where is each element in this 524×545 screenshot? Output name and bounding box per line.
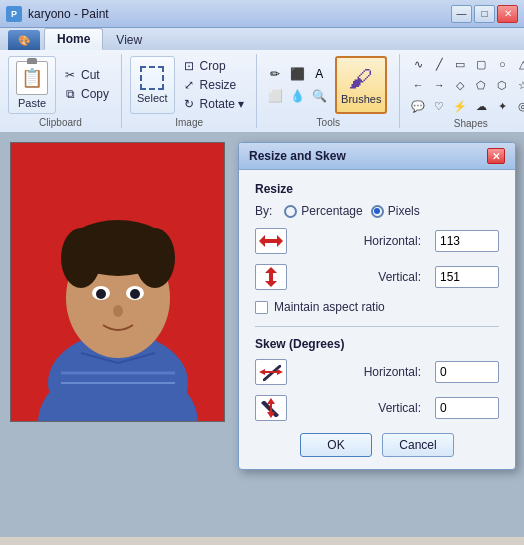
minimize-button[interactable]: — xyxy=(451,5,472,23)
resize-vertical-row: Vertical: xyxy=(255,264,499,290)
skew-vertical-input[interactable] xyxy=(435,397,499,419)
resize-horizontal-label: Horizontal: xyxy=(295,234,427,248)
resize-button[interactable]: ⤢ Resize xyxy=(177,76,249,94)
shape-curve[interactable]: ∿ xyxy=(408,54,428,74)
shape-star[interactable]: ☆ xyxy=(513,75,524,95)
copy-button[interactable]: ⧉ Copy xyxy=(58,85,113,103)
tools-group: ✏ ⬛ A ⬜ 💧 🔍 🖌 Brushes Tools xyxy=(257,54,400,128)
svg-marker-28 xyxy=(267,398,275,404)
copy-icon: ⧉ xyxy=(62,86,78,102)
clipboard-label: Clipboard xyxy=(39,117,82,128)
shape-triangle[interactable]: △ xyxy=(513,54,524,74)
dialog-title-bar: Resize and Skew ✕ xyxy=(239,143,515,170)
shapes-content: ∿ ╱ ▭ ▢ ○ △ ← → ◇ ⬠ ⬡ ☆ 💬 ♡ ⚡ ☁ ✦ xyxy=(408,54,524,116)
tools-content: ✏ ⬛ A ⬜ 💧 🔍 🖌 Brushes xyxy=(265,54,391,115)
shape-hexagon[interactable]: ⬡ xyxy=(492,75,512,95)
svg-point-11 xyxy=(130,289,140,299)
shape-4star[interactable]: ✦ xyxy=(492,96,512,116)
v-arrows-svg xyxy=(257,266,285,288)
paste-button[interactable]: 📋 Paste xyxy=(8,56,56,114)
shape-rect[interactable]: ▭ xyxy=(450,54,470,74)
shape-heart[interactable]: ♡ xyxy=(429,96,449,116)
image-buttons: ⊡ Crop ⤢ Resize ↻ Rotate ▾ xyxy=(177,57,249,113)
skew-vertical-icon xyxy=(255,395,287,421)
tab-view[interactable]: View xyxy=(103,29,155,50)
cancel-button[interactable]: Cancel xyxy=(382,433,454,457)
svg-point-10 xyxy=(96,289,106,299)
clipboard-content: 📋 Paste ✂ Cut ⧉ Copy xyxy=(8,54,113,115)
resize-horizontal-input[interactable] xyxy=(435,230,499,252)
shape-callout[interactable]: 💬 xyxy=(408,96,428,116)
shape-diamond[interactable]: ◇ xyxy=(450,75,470,95)
svg-point-12 xyxy=(113,305,123,317)
paste-label: Paste xyxy=(18,97,46,109)
maintain-aspect-checkbox[interactable] xyxy=(255,301,268,314)
ok-button[interactable]: OK xyxy=(300,433,372,457)
image-content: Select ⊡ Crop ⤢ Resize ↻ Rotate ▾ xyxy=(130,54,248,115)
brushes-icon: 🖌 xyxy=(349,65,373,93)
cut-button[interactable]: ✂ Cut xyxy=(58,66,113,84)
skew-horizontal-row: Horizontal: xyxy=(255,359,499,385)
tool-row-1: ✏ ⬛ A xyxy=(265,64,329,84)
select-button[interactable]: Select xyxy=(130,56,175,114)
image-label: Image xyxy=(175,117,203,128)
shape-rounded-rect[interactable]: ▢ xyxy=(471,54,491,74)
photo-svg xyxy=(11,143,225,422)
crop-button[interactable]: ⊡ Crop xyxy=(177,57,249,75)
shape-ellipse[interactable]: ○ xyxy=(492,54,512,74)
pixels-radio[interactable] xyxy=(371,205,384,218)
window-controls: — □ ✕ xyxy=(451,5,518,23)
divider xyxy=(255,326,499,327)
tools-label: Tools xyxy=(317,117,340,128)
pixels-option[interactable]: Pixels xyxy=(371,204,420,218)
text-tool[interactable]: A xyxy=(309,64,329,84)
eraser-tool[interactable]: ⬜ xyxy=(265,86,285,106)
rotate-icon: ↻ xyxy=(181,96,197,112)
dialog-body: Resize By: Percentage Pixels xyxy=(239,170,515,469)
canvas[interactable] xyxy=(10,142,225,422)
resize-vertical-label: Vertical: xyxy=(295,270,427,284)
image-group: Select ⊡ Crop ⤢ Resize ↻ Rotate ▾ xyxy=(122,54,257,128)
skew-v-svg xyxy=(257,397,285,419)
shape-arrow-left[interactable]: ← xyxy=(408,75,428,95)
color-picker-tool[interactable]: 💧 xyxy=(287,86,307,106)
skew-horizontal-input[interactable] xyxy=(435,361,499,383)
resize-icon: ⤢ xyxy=(181,77,197,93)
h-arrows-svg xyxy=(257,230,285,252)
percentage-radio[interactable] xyxy=(284,205,297,218)
magnify-tool[interactable]: 🔍 xyxy=(309,86,329,106)
tool-row-2: ⬜ 💧 🔍 xyxy=(265,86,329,106)
shape-ring[interactable]: ◎ xyxy=(513,96,524,116)
skew-horizontal-label: Horizontal: xyxy=(295,365,427,379)
percentage-option[interactable]: Percentage xyxy=(284,204,362,218)
shape-line[interactable]: ╱ xyxy=(429,54,449,74)
svg-point-7 xyxy=(135,228,175,288)
fill-tool[interactable]: ⬛ xyxy=(287,64,307,84)
brushes-button[interactable]: 🖌 Brushes xyxy=(335,56,387,114)
select-icon xyxy=(140,66,164,90)
shapes-label: Shapes xyxy=(454,118,488,129)
ribbon-content: 📋 Paste ✂ Cut ⧉ Copy Clipboard xyxy=(0,50,524,132)
maintain-aspect-row: Maintain aspect ratio xyxy=(255,300,499,314)
shape-cloud[interactable]: ☁ xyxy=(471,96,491,116)
dialog-close-button[interactable]: ✕ xyxy=(487,148,505,164)
shape-arrow-right[interactable]: → xyxy=(429,75,449,95)
svg-marker-20 xyxy=(265,267,277,273)
svg-point-6 xyxy=(61,228,101,288)
resize-vertical-input[interactable] xyxy=(435,266,499,288)
shape-pentagon[interactable]: ⬠ xyxy=(471,75,491,95)
maximize-button[interactable]: □ xyxy=(474,5,495,23)
shape-lightning[interactable]: ⚡ xyxy=(450,96,470,116)
svg-rect-22 xyxy=(269,273,273,281)
skew-horizontal-icon xyxy=(255,359,287,385)
tool-icons: ✏ ⬛ A ⬜ 💧 🔍 xyxy=(265,64,329,106)
rotate-button[interactable]: ↻ Rotate ▾ xyxy=(177,95,249,113)
paint-menu-button[interactable]: 🎨 xyxy=(8,30,40,50)
tab-home[interactable]: Home xyxy=(44,28,103,50)
shapes-grid: ∿ ╱ ▭ ▢ ○ △ ← → ◇ ⬠ ⬡ ☆ 💬 ♡ ⚡ ☁ ✦ xyxy=(408,54,524,116)
close-button[interactable]: ✕ xyxy=(497,5,518,23)
horizontal-resize-icon xyxy=(255,228,287,254)
pencil-tool[interactable]: ✏ xyxy=(265,64,285,84)
vertical-resize-icon xyxy=(255,264,287,290)
skew-section-title: Skew (Degrees) xyxy=(255,337,499,351)
